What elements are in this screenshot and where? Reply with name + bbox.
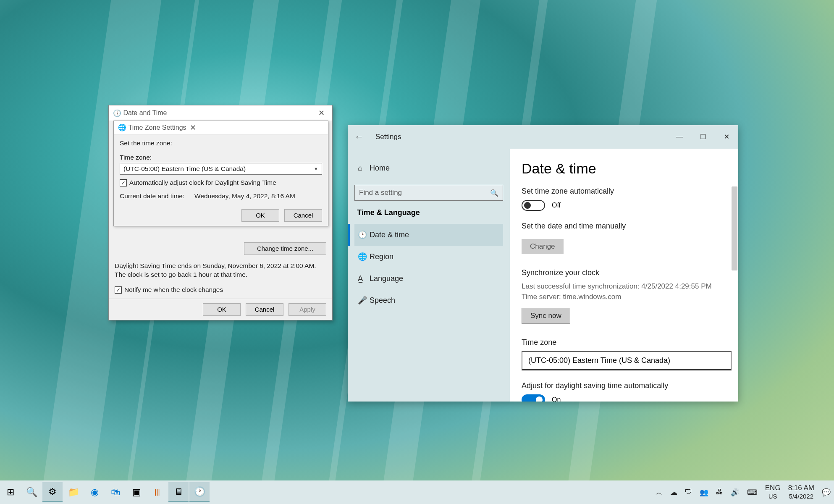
dialog-title: Time Zone Settings <box>128 124 186 131</box>
taskbar-item-app1[interactable]: ⫼ <box>147 482 168 502</box>
toggle-state: On <box>552 396 561 402</box>
timezone-combobox[interactable]: (UTC-05:00) Eastern Time (US & Canada) ▼ <box>120 163 322 175</box>
security-icon[interactable]: 🛡 <box>685 488 692 496</box>
auto-tz-toggle[interactable]: Off <box>522 200 726 211</box>
taskbar-item-explorer[interactable]: 📁 <box>63 482 84 502</box>
chevron-down-icon: ▼ <box>314 166 318 171</box>
sync-last-text: Last successful time synchronization: 4/… <box>522 281 726 292</box>
back-icon[interactable]: ← <box>354 131 367 142</box>
search-input[interactable]: Find a setting 🔍 <box>354 185 503 201</box>
taskbar-item-control-panel[interactable]: 🖥 <box>168 482 189 502</box>
apply-button[interactable]: Apply <box>288 303 326 316</box>
sidebar-item-label: Date & time <box>370 231 409 239</box>
timezone-label: Time zone <box>522 338 726 347</box>
taskbar: ⊞ 🔍 ⚙ 📁 ◉ 🛍 ▣ ⫼ 🖥 🕐 ︿ ☁ 🛡 👥 🖧 🔊 ⌨ ENG US… <box>0 480 834 504</box>
onedrive-icon[interactable]: ☁ <box>670 488 677 497</box>
control-panel-icon: 🖥 <box>174 486 183 497</box>
lang-primary: ENG <box>765 484 781 492</box>
volume-icon[interactable]: 🔊 <box>731 488 740 497</box>
language-indicator[interactable]: ENG US <box>765 484 781 501</box>
sidebar-item-language[interactable]: A̲ Language <box>354 268 503 289</box>
dialog-titlebar[interactable]: 🌐 Time Zone Settings ✕ <box>114 121 328 134</box>
change-timezone-button[interactable]: Change time zone... <box>244 242 326 255</box>
gear-icon: ⚙ <box>48 486 57 497</box>
globe-icon: 🌐 <box>358 252 370 261</box>
auto-dst-label: Automatically adjust clock for Daylight … <box>129 179 276 186</box>
toggle-state: Off <box>552 202 561 209</box>
search-button[interactable]: 🔍 <box>21 482 42 502</box>
search-icon: 🔍 <box>490 189 498 197</box>
sidebar-item-label: Home <box>370 164 390 173</box>
checkbox-icon[interactable]: ✓ <box>120 179 127 186</box>
notify-label: Notify me when the clock changes <box>124 286 223 293</box>
sync-heading: Synchronize your clock <box>522 268 726 277</box>
sidebar-item-home[interactable]: ⌂ Home <box>354 157 503 179</box>
taskbar-item-store[interactable]: 🛍 <box>105 482 126 502</box>
timezone-value: (UTC-05:00) Eastern Time (US & Canada) <box>123 165 246 173</box>
language-icon: A̲ <box>358 274 370 283</box>
search-placeholder: Find a setting <box>359 189 490 197</box>
sidebar-item-speech[interactable]: 🎤 Speech <box>354 289 503 311</box>
set-timezone-label: Set the time zone: <box>120 139 322 147</box>
app-icon: ⫼ <box>153 487 162 498</box>
sidebar-item-region[interactable]: 🌐 Region <box>354 246 503 268</box>
calendar-clock-icon: 🕑 <box>358 230 370 239</box>
keyboard-icon[interactable]: ⌨ <box>747 488 758 497</box>
window-titlebar[interactable]: ← Settings — ☐ ✕ <box>348 125 738 149</box>
clock-icon: 🕐 <box>194 486 205 497</box>
minimize-button[interactable]: — <box>668 130 691 144</box>
current-datetime-label: Current date and time: <box>120 192 194 200</box>
cancel-button[interactable]: Cancel <box>246 303 283 316</box>
scrollbar[interactable] <box>732 186 737 270</box>
auto-dst-checkbox-row[interactable]: ✓Automatically adjust clock for Daylight… <box>120 179 322 186</box>
change-button[interactable]: Change <box>522 239 564 254</box>
dst-info-text: Daylight Saving Time ends on Sunday, Nov… <box>115 262 326 279</box>
timezone-value: (UTC-05:00) Eastern Time (US & Canada) <box>528 356 670 365</box>
meet-now-icon[interactable]: 👥 <box>700 488 708 497</box>
clock-tray[interactable]: 8:16 AM 5/4/2022 <box>788 484 814 501</box>
cancel-button[interactable]: Cancel <box>284 209 322 222</box>
ok-button[interactable]: OK <box>203 303 241 316</box>
action-center-icon[interactable]: 💬 <box>822 488 831 497</box>
lang-secondary: US <box>768 493 777 500</box>
current-datetime-value: Wednesday, May 4, 2022, 8:16 AM <box>194 192 295 200</box>
dst-auto-label: Adjust for daylight saving time automati… <box>522 381 726 390</box>
taskbar-item-settings[interactable]: ⚙ <box>42 482 63 502</box>
sidebar-item-datetime[interactable]: 🕑 Date & time <box>354 224 503 246</box>
settings-sidebar: ⌂ Home Find a setting 🔍 Time & Language … <box>348 149 510 402</box>
tray-date: 5/4/2022 <box>789 493 813 500</box>
sidebar-section-heading: Time & Language <box>357 208 503 217</box>
network-icon[interactable]: 🖧 <box>716 488 723 496</box>
timezone-settings-dialog: 🌐 Time Zone Settings ✕ Set the time zone… <box>113 121 328 226</box>
taskbar-item-terminal[interactable]: ▣ <box>126 482 147 502</box>
start-button[interactable]: ⊞ <box>0 482 21 502</box>
terminal-icon: ▣ <box>132 487 141 498</box>
search-icon: 🔍 <box>26 487 37 498</box>
sync-now-button[interactable]: Sync now <box>522 308 570 324</box>
close-icon[interactable]: ✕ <box>186 123 200 132</box>
checkbox-icon[interactable]: ✓ <box>115 286 122 294</box>
window-title: Settings <box>375 133 401 141</box>
toggle-off-icon[interactable] <box>522 200 545 211</box>
timezone-field-label: Time zone: <box>120 154 322 161</box>
page-heading: Date & time <box>522 160 726 177</box>
timezone-combobox[interactable]: (UTC-05:00) Eastern Time (US & Canada) <box>522 351 732 370</box>
sync-server-text: Time server: time.windows.com <box>522 292 726 302</box>
taskbar-item-edge[interactable]: ◉ <box>84 482 105 502</box>
taskbar-item-datetime[interactable]: 🕐 <box>189 482 210 502</box>
dialog-title: Date and Time <box>123 109 167 117</box>
maximize-button[interactable]: ☐ <box>691 130 715 144</box>
ok-button[interactable]: OK <box>241 209 279 222</box>
auto-tz-label: Set time zone automatically <box>522 187 726 196</box>
dst-auto-toggle[interactable]: On <box>522 394 726 402</box>
store-icon: 🛍 <box>111 487 120 498</box>
dialog-titlebar[interactable]: 🕔 Date and Time ✕ <box>109 105 332 121</box>
system-tray: ︿ ☁ 🛡 👥 🖧 🔊 ⌨ ENG US 8:16 AM 5/4/2022 💬 <box>656 484 834 501</box>
close-icon[interactable]: ✕ <box>313 108 330 118</box>
microphone-icon: 🎤 <box>358 296 370 305</box>
tray-overflow-icon[interactable]: ︿ <box>656 488 663 497</box>
toggle-on-icon[interactable] <box>522 394 545 402</box>
notify-checkbox-row[interactable]: ✓Notify me when the clock changes <box>115 286 326 294</box>
close-button[interactable]: ✕ <box>715 130 738 144</box>
tray-time: 8:16 AM <box>788 484 814 492</box>
